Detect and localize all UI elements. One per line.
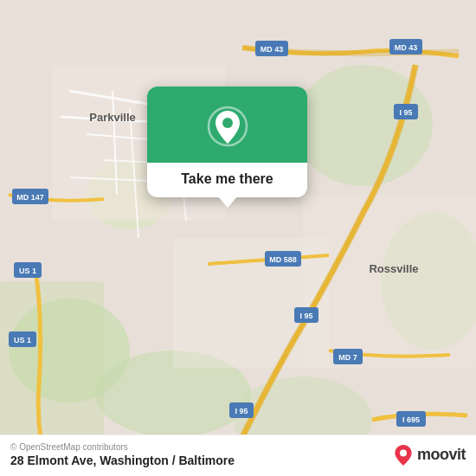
moovit-logo[interactable]: moovit [393,445,466,466]
moovit-brand-text: moovit [417,446,466,464]
svg-text:Parkville: Parkville [89,111,136,124]
copyright-text: © OpenStreetMap contributors [10,442,235,452]
map-background: MD 43 MD 43 I 95 I 95 I 95 MD 588 MD 147… [0,0,476,476]
svg-text:MD 147: MD 147 [16,193,44,202]
svg-text:MD 7: MD 7 [338,353,357,362]
svg-rect-7 [0,281,104,454]
bottom-bar: © OpenStreetMap contributors 28 Elmont A… [0,434,476,476]
svg-text:I 95: I 95 [235,407,248,415]
moovit-pin-icon [393,445,414,466]
svg-text:MD 43: MD 43 [395,43,418,52]
popup-header [147,87,307,163]
svg-text:US 1: US 1 [14,336,31,344]
svg-text:I 95: I 95 [399,108,412,117]
svg-text:I 95: I 95 [299,312,312,320]
bottom-left-info: © OpenStreetMap contributors 28 Elmont A… [10,442,235,467]
popup-arrow [217,196,238,208]
map-container: MD 43 MD 43 I 95 I 95 I 95 MD 588 MD 147… [0,0,476,476]
location-pin-icon [207,106,248,147]
address-text: 28 Elmont Ave, Washington / Baltimore [10,453,235,467]
take-me-there-button[interactable]: Take me there [181,171,273,187]
svg-text:US 1: US 1 [19,267,36,275]
svg-text:MD 43: MD 43 [261,45,284,54]
svg-text:Rossville: Rossville [369,262,418,275]
popup-bottom: Take me there [147,163,307,197]
svg-text:MD 588: MD 588 [269,255,297,264]
svg-text:I 695: I 695 [402,415,420,424]
svg-point-45 [400,449,407,456]
popup-card: Take me there [147,87,307,197]
svg-point-44 [222,118,233,128]
